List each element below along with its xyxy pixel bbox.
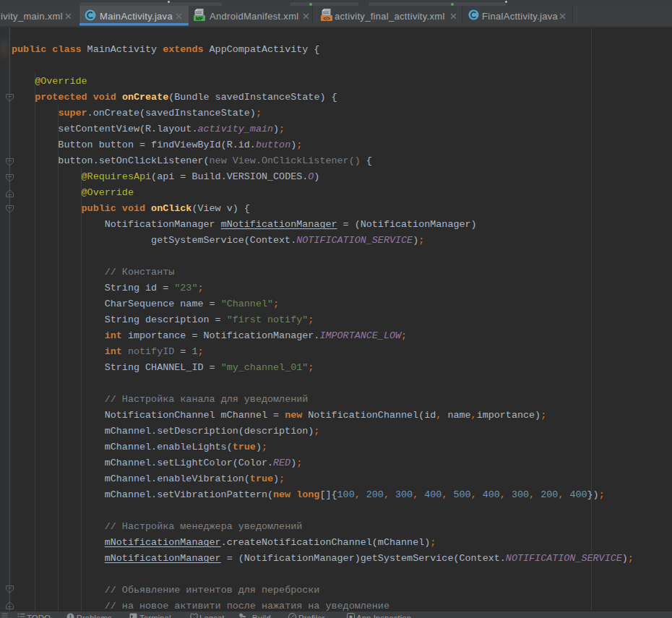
svg-text:MF: MF: [196, 16, 204, 21]
svg-text:</>: </>: [323, 16, 330, 21]
